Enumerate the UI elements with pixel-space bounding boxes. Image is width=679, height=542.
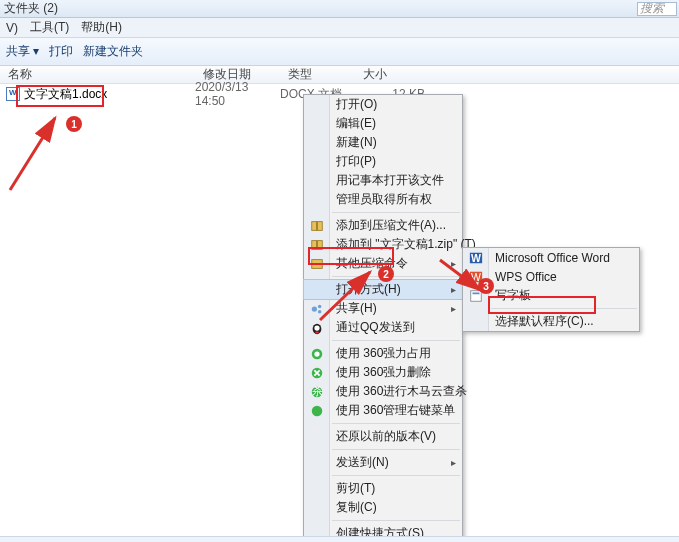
docx-icon — [6, 87, 20, 101]
ctx-edit[interactable]: 编辑(E) — [304, 114, 462, 133]
menu-view[interactable]: V) — [2, 19, 22, 37]
ctx-add-zip[interactable]: 添加到 "文字文稿1.zip" (T) — [304, 235, 462, 254]
step-badge-2: 2 — [378, 266, 394, 282]
sub-word[interactable]: WMicrosoft Office Word — [463, 248, 639, 267]
archive-icon — [309, 237, 325, 253]
ctx-share[interactable]: 共享(H) — [304, 299, 462, 318]
qq-icon — [309, 320, 325, 336]
archive-icon — [309, 218, 325, 234]
svg-rect-22 — [473, 292, 480, 294]
ctx-restore[interactable]: 还原以前的版本(V) — [304, 427, 462, 446]
svg-point-7 — [318, 309, 322, 313]
ctx-360-delete[interactable]: 使用 360强力删除 — [304, 363, 462, 382]
context-menu: 打开(O) 编辑(E) 新建(N) 打印(P) 用记事本打开该文件 管理员取得所… — [303, 94, 463, 542]
sub-choose-default[interactable]: 选择默认程序(C)... — [463, 312, 639, 331]
menu-tools[interactable]: 工具(T) — [26, 17, 73, 38]
toolbar-newfolder[interactable]: 新建文件夹 — [83, 43, 143, 60]
search-input[interactable]: 搜索 — [637, 2, 677, 16]
search-placeholder: 搜索 — [640, 2, 664, 16]
svg-point-5 — [312, 306, 317, 311]
svg-point-6 — [318, 304, 322, 308]
ctx-cut[interactable]: 剪切(T) — [304, 479, 462, 498]
svg-rect-4 — [312, 259, 323, 268]
360-icon — [309, 403, 325, 419]
step-badge-1: 1 — [66, 116, 82, 132]
window-title: 文件夹 (2) — [4, 0, 58, 17]
col-type[interactable]: 类型 — [280, 66, 355, 83]
file-name: 文字文稿1.docx — [24, 86, 107, 103]
ctx-open-with[interactable]: 打开方式(H) — [304, 280, 462, 299]
ctx-print[interactable]: 打印(P) — [304, 152, 462, 171]
column-headers: 名称 修改日期 类型 大小 — [0, 66, 679, 84]
ctx-360-occupy[interactable]: 使用 360强力占用 — [304, 344, 462, 363]
ctx-send-to[interactable]: 发送到(N) — [304, 453, 462, 472]
svg-rect-3 — [316, 240, 318, 249]
archive-icon — [309, 256, 325, 272]
svg-text:杀: 杀 — [312, 385, 323, 397]
ctx-360-menu[interactable]: 使用 360管理右键菜单 — [304, 401, 462, 420]
file-date: 2020/3/13 14:50 — [195, 80, 280, 108]
ctx-360-cloud[interactable]: 杀使用 360进行木马云查杀 — [304, 382, 462, 401]
ctx-add-archive[interactable]: 添加到压缩文件(A)... — [304, 216, 462, 235]
menubar: V) 工具(T) 帮助(H) — [0, 18, 679, 38]
menu-help[interactable]: 帮助(H) — [77, 17, 126, 38]
ctx-notepad[interactable]: 用记事本打开该文件 — [304, 171, 462, 190]
ctx-admin[interactable]: 管理员取得所有权 — [304, 190, 462, 209]
svg-text:W: W — [471, 251, 481, 263]
ctx-copy[interactable]: 复制(C) — [304, 498, 462, 517]
ctx-qq-send[interactable]: 通过QQ发送到 — [304, 318, 462, 337]
svg-point-16 — [312, 405, 323, 416]
ctx-new[interactable]: 新建(N) — [304, 133, 462, 152]
360-icon — [309, 365, 325, 381]
svg-point-9 — [314, 325, 319, 330]
svg-rect-1 — [316, 221, 318, 230]
toolbar-print[interactable]: 打印 — [49, 43, 73, 60]
step-badge-3: 3 — [478, 278, 494, 294]
word-icon: W — [468, 250, 484, 266]
360-icon — [309, 346, 325, 362]
col-name[interactable]: 名称 — [0, 66, 195, 83]
toolbar-share[interactable]: 共享 ▾ — [6, 43, 39, 60]
360-icon: 杀 — [309, 384, 325, 400]
col-size[interactable]: 大小 — [355, 66, 435, 83]
status-bar — [0, 536, 679, 542]
svg-point-10 — [315, 331, 319, 333]
share-icon — [309, 301, 325, 317]
ctx-open[interactable]: 打开(O) — [304, 95, 462, 114]
toolbar: 共享 ▾ 打印 新建文件夹 — [0, 38, 679, 66]
svg-point-12 — [314, 351, 319, 356]
